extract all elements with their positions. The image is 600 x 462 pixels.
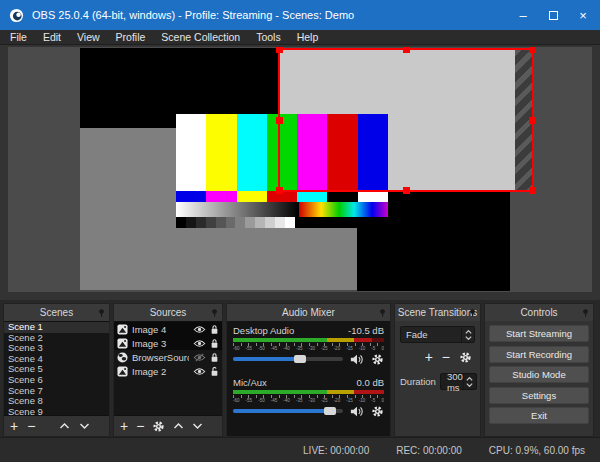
menu-file[interactable]: File <box>2 30 35 45</box>
source-item[interactable]: Image 2 <box>114 364 222 378</box>
selection-handle-top-left[interactable] <box>276 47 283 53</box>
menu-scene-collection[interactable]: Scene Collection <box>153 30 248 45</box>
pin-icon[interactable] <box>211 309 218 317</box>
lock-icon[interactable] <box>210 324 219 335</box>
maximize-button[interactable] <box>538 0 568 30</box>
selection-handle-bottom-mid[interactable] <box>403 187 410 194</box>
scenes-panel-title: Scenes <box>40 307 73 318</box>
volume-slider[interactable] <box>233 409 343 413</box>
remove-transition-button[interactable]: − <box>442 350 450 364</box>
volume-slider-thumb[interactable] <box>294 355 306 363</box>
lock-icon[interactable] <box>210 338 219 349</box>
scene-transitions-panel-title: Scene Transitions <box>398 307 478 318</box>
controls-panel: Controls Start Streaming Start Recording… <box>484 303 594 437</box>
eye-icon[interactable] <box>193 339 206 348</box>
scene-item[interactable]: Scene 9 <box>4 407 109 416</box>
menu-tools[interactable]: Tools <box>248 30 289 45</box>
menu-profile[interactable]: Profile <box>108 30 154 45</box>
sources-panel-title: Sources <box>150 307 187 318</box>
chevron-up-icon <box>466 377 473 381</box>
menu-view[interactable]: View <box>69 30 108 45</box>
remove-scene-button[interactable]: − <box>27 419 35 433</box>
chevron-down-icon <box>465 336 472 340</box>
eye-icon[interactable] <box>193 325 206 334</box>
eye-icon[interactable] <box>193 367 206 376</box>
sources-panel: Sources Image 4 Image 3 BrowserSource <box>113 303 223 437</box>
source-item[interactable]: BrowserSource <box>114 350 222 364</box>
selection-handle-bottom-left[interactable] <box>276 187 283 194</box>
volume-meter <box>233 390 384 394</box>
channel-name: Desktop Audio <box>233 325 294 336</box>
start-streaming-button[interactable]: Start Streaming <box>489 325 589 342</box>
selection-handle-bottom-right[interactable] <box>529 187 536 194</box>
eye-off-icon[interactable] <box>193 353 206 362</box>
chevron-up-icon <box>465 330 472 334</box>
pin-icon[interactable] <box>98 309 105 317</box>
rec-time: REC: 00:00:00 <box>396 445 462 456</box>
image-icon <box>117 366 128 377</box>
transition-properties-gear-button[interactable] <box>459 351 472 364</box>
minimize-button[interactable]: – <box>508 0 538 30</box>
duration-spinner[interactable] <box>463 374 476 389</box>
source-item[interactable]: Image 3 <box>114 336 222 350</box>
audio-mixer-panel: Audio Mixer Desktop Audio -10.5 dB -60-5… <box>226 303 391 437</box>
grayscale-step-wedge <box>176 217 388 228</box>
image-icon <box>117 338 128 349</box>
duration-spinbox[interactable]: 300 ms <box>440 373 477 390</box>
meter-tick-labels: -60-55-50-45-40-35-30-25-20-15-10-50 <box>233 398 384 403</box>
live-time: LIVE: 00:00:00 <box>303 445 369 456</box>
transition-select-spinner[interactable] <box>461 327 474 342</box>
channel-db-value: 0.0 dB <box>357 377 384 388</box>
close-button[interactable]: × <box>568 0 598 30</box>
move-source-down-button[interactable] <box>192 423 203 429</box>
selection-handle-mid-right[interactable] <box>529 117 536 124</box>
source-item[interactable]: Image 4 <box>114 322 222 336</box>
menu-help[interactable]: Help <box>289 30 327 45</box>
add-source-button[interactable]: + <box>120 419 128 433</box>
volume-slider-thumb[interactable] <box>324 407 336 415</box>
pin-icon[interactable] <box>582 309 589 317</box>
pin-icon[interactable] <box>379 309 386 317</box>
title-bar[interactable]: OBS 25.0.4 (64-bit, windows) - Profile: … <box>0 0 600 30</box>
preview-area[interactable] <box>0 45 600 300</box>
scene-item[interactable]: Scene 6 <box>4 375 109 386</box>
move-scene-up-button[interactable] <box>59 423 70 429</box>
settings-button[interactable]: Settings <box>489 387 589 404</box>
source-list[interactable]: Image 4 Image 3 BrowserSource Image 2 <box>114 321 222 416</box>
volume-meter <box>233 338 384 342</box>
lock-open-icon[interactable] <box>210 366 219 377</box>
meter-tick-labels: -60-55-50-45-40-35-30-25-20-15-10-50 <box>233 346 384 351</box>
move-scene-down-button[interactable] <box>79 423 90 429</box>
gradient-rows <box>176 202 388 217</box>
mixer-channel-desktop-audio: Desktop Audio -10.5 dB -60-55-50-45-40-3… <box>233 325 384 365</box>
lock-icon[interactable] <box>210 352 219 363</box>
transition-select[interactable]: Fade <box>400 326 475 343</box>
menu-edit[interactable]: Edit <box>35 30 69 45</box>
speaker-icon[interactable] <box>350 406 364 417</box>
video-canvas[interactable] <box>8 47 592 292</box>
obs-logo-icon <box>9 8 24 23</box>
chevron-down-icon <box>466 383 473 387</box>
scene-list[interactable]: Scene 1 Scene 2 Scene 3 Scene 4 Scene 5 … <box>4 321 109 416</box>
exit-button[interactable]: Exit <box>489 407 589 424</box>
cpu-fps: CPU: 0.9%, 60.00 fps <box>489 445 585 456</box>
volume-slider[interactable] <box>233 357 343 361</box>
channel-settings-gear-button[interactable] <box>371 353 384 366</box>
channel-db-value: -10.5 dB <box>348 325 384 336</box>
channel-settings-gear-button[interactable] <box>371 405 384 418</box>
source-properties-gear-button[interactable] <box>152 420 165 433</box>
selection-handle-top-right[interactable] <box>529 47 536 53</box>
add-transition-button[interactable]: + <box>425 350 433 364</box>
add-scene-button[interactable]: + <box>10 419 18 433</box>
selection-bounding-box[interactable] <box>278 48 534 192</box>
studio-mode-button[interactable]: Studio Mode <box>489 366 589 383</box>
selection-handle-top-mid[interactable] <box>403 47 410 53</box>
scene-item[interactable]: Scene 1 <box>4 322 109 333</box>
remove-source-button[interactable]: − <box>136 419 144 433</box>
move-source-up-button[interactable] <box>173 423 184 429</box>
start-recording-button[interactable]: Start Recording <box>489 346 589 363</box>
pin-icon[interactable] <box>469 309 476 317</box>
selection-handle-mid-left[interactable] <box>276 117 283 124</box>
speaker-icon[interactable] <box>350 354 364 365</box>
scenes-panel: Scenes Scene 1 Scene 2 Scene 3 Scene 4 S… <box>3 303 110 437</box>
